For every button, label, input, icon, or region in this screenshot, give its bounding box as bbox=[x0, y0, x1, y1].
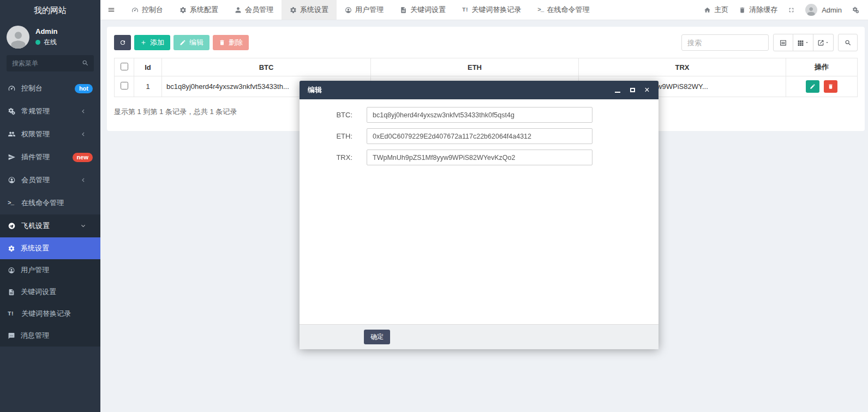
form-row-trx: TRX: bbox=[300, 150, 659, 165]
tab-system-settings[interactable]: 系统设置 bbox=[282, 0, 337, 20]
home-link[interactable]: 主页 bbox=[704, 5, 728, 15]
close-button[interactable]: × bbox=[644, 87, 650, 93]
username-label: Admin bbox=[822, 6, 842, 14]
online-dot-icon bbox=[35, 40, 40, 45]
confirm-button[interactable]: 确定 bbox=[364, 330, 390, 344]
menu-search-input[interactable] bbox=[7, 55, 94, 71]
select-all-checkbox[interactable] bbox=[121, 63, 128, 70]
fullscreen-button[interactable] bbox=[788, 7, 795, 14]
sidebar-user-panel: Admin 在线 bbox=[0, 20, 100, 54]
columns-button[interactable] bbox=[793, 34, 813, 51]
detail-view-button[interactable] bbox=[773, 34, 793, 51]
tab-user-manage[interactable]: 用户管理 bbox=[337, 0, 392, 20]
gear-icon bbox=[8, 245, 15, 252]
sidebar-item-dashboard[interactable]: 控制台 hot bbox=[0, 77, 100, 100]
sidebar-item-telegram-settings[interactable]: 飞机设置 bbox=[0, 214, 100, 237]
gear-icon bbox=[290, 7, 297, 14]
sidebar-item-label: 在线命令管理 bbox=[21, 198, 64, 208]
terminal-icon: >_ bbox=[8, 200, 16, 206]
clear-cache-label: 清除缓存 bbox=[749, 5, 777, 15]
row-delete-button[interactable] bbox=[824, 80, 837, 93]
table-search-input[interactable] bbox=[681, 34, 769, 51]
sidebar: 我的网站 Admin 在线 控制台 hot 常规管理 权限管理 bbox=[0, 0, 100, 412]
tab-member-manage[interactable]: 会员管理 bbox=[226, 0, 282, 20]
sidebar-toggle-button[interactable] bbox=[100, 0, 123, 20]
btc-field[interactable] bbox=[367, 107, 592, 123]
avatar[interactable] bbox=[7, 26, 29, 49]
tab-command-manage[interactable]: >_ 在线命令管理 bbox=[529, 0, 597, 20]
tab-label: 系统设置 bbox=[300, 5, 328, 15]
sidebar-submenu: 系统设置 用户管理 关键词设置 T! 关键词替换记录 消息管理 bbox=[0, 237, 100, 347]
maximize-icon bbox=[630, 88, 635, 92]
export-button[interactable] bbox=[813, 34, 834, 51]
dialog-title: 编辑 bbox=[308, 85, 322, 95]
trx-field[interactable] bbox=[367, 150, 592, 165]
dialog-titlebar[interactable]: 编辑 × bbox=[300, 81, 659, 99]
id-cell: 1 bbox=[134, 76, 162, 97]
sidebar-subitem-keyword-replace-log[interactable]: T! 关键词替换记录 bbox=[0, 303, 100, 325]
home-icon bbox=[704, 7, 711, 14]
sidebar-subitem-label: 系统设置 bbox=[21, 243, 49, 253]
person-icon bbox=[8, 28, 28, 49]
sidebar-item-label: 插件管理 bbox=[21, 152, 50, 162]
window-controls: × bbox=[614, 87, 650, 93]
terminal-icon: >_ bbox=[537, 7, 543, 13]
btc-field-label: BTC: bbox=[300, 111, 352, 119]
refresh-button[interactable] bbox=[114, 35, 131, 50]
user-circle-icon bbox=[345, 7, 352, 14]
tab-keyword-settings[interactable]: 关键词设置 bbox=[392, 0, 454, 20]
tab-dashboard[interactable]: 控制台 bbox=[123, 0, 171, 20]
search-toggle-button[interactable] bbox=[838, 34, 858, 51]
chevron-down-icon bbox=[79, 222, 87, 230]
plus-icon bbox=[140, 39, 147, 46]
edit-button[interactable]: 编辑 bbox=[173, 35, 209, 50]
sidebar-item-command[interactable]: >_ 在线命令管理 bbox=[0, 192, 100, 214]
tab-label: 关键词替换记录 bbox=[471, 5, 521, 15]
settings-menu-button[interactable] bbox=[852, 7, 859, 14]
tab-system-config[interactable]: 系统配置 bbox=[171, 0, 226, 20]
eth-field[interactable] bbox=[367, 128, 592, 144]
sidebar-subitem-message-manage[interactable]: 消息管理 bbox=[0, 325, 100, 347]
maximize-button[interactable] bbox=[629, 87, 636, 93]
admin-page: { "app": { "title": "我的网站" }, "sidebar":… bbox=[0, 0, 868, 412]
minimize-button[interactable] bbox=[614, 87, 621, 93]
add-button[interactable]: 添加 bbox=[134, 35, 170, 50]
caret-down-icon bbox=[805, 40, 809, 45]
column-header-btc: BTC bbox=[162, 58, 371, 76]
row-select-cell bbox=[115, 76, 134, 97]
export-icon bbox=[817, 39, 824, 46]
refresh-icon bbox=[119, 39, 126, 46]
sidebar-subitem-system-settings[interactable]: 系统设置 bbox=[0, 237, 100, 259]
row-checkbox[interactable] bbox=[121, 82, 128, 89]
user-icon bbox=[235, 7, 242, 14]
file-icon bbox=[400, 7, 407, 14]
sidebar-subitem-user-manage[interactable]: 用户管理 bbox=[0, 259, 100, 281]
person-icon bbox=[806, 5, 816, 16]
delete-button[interactable]: 删除 bbox=[213, 35, 249, 50]
file-icon bbox=[8, 289, 15, 296]
tab-label: 系统配置 bbox=[190, 5, 218, 15]
sidebar-item-auth[interactable]: 权限管理 bbox=[0, 123, 100, 146]
search-icon bbox=[845, 39, 852, 46]
sidebar-item-label: 飞机设置 bbox=[21, 221, 50, 231]
sidebar-subitem-keyword-settings[interactable]: 关键词设置 bbox=[0, 281, 100, 303]
add-label: 添加 bbox=[150, 38, 164, 47]
trash-icon bbox=[219, 39, 225, 46]
minimize-icon bbox=[615, 92, 620, 93]
search-icon bbox=[82, 59, 89, 67]
sidebar-item-member[interactable]: 会员管理 bbox=[0, 169, 100, 192]
column-header-id: Id bbox=[134, 58, 162, 76]
rocket-icon bbox=[8, 153, 16, 161]
caret-down-icon bbox=[825, 40, 829, 45]
row-edit-button[interactable] bbox=[806, 80, 819, 93]
sidebar-item-addon[interactable]: 插件管理 new bbox=[0, 146, 100, 169]
user-menu[interactable]: Admin bbox=[805, 4, 842, 16]
tab-keyword-replace-log[interactable]: T! 关键词替换记录 bbox=[454, 0, 529, 20]
text-replace-icon: T! bbox=[462, 7, 468, 13]
sidebar-item-general[interactable]: 常规管理 bbox=[0, 100, 100, 123]
clear-cache-link[interactable]: 清除缓存 bbox=[739, 5, 777, 15]
gear-icon bbox=[179, 7, 187, 14]
dialog-footer: 确定 bbox=[300, 324, 659, 349]
table-toolbar: 添加 编辑 删除 bbox=[114, 34, 858, 51]
detail-view-icon bbox=[780, 39, 787, 46]
